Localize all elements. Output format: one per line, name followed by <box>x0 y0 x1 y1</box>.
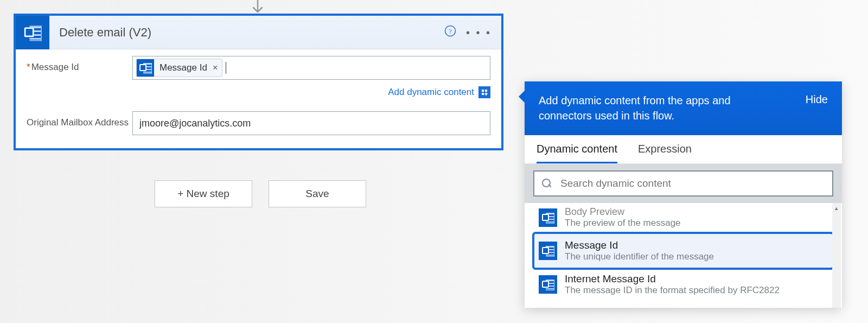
dynamic-content-header: Add dynamic content from the apps and co… <box>525 81 842 135</box>
action-card-delete-email: Delete email (V2) ? • • • *Message Id Me… <box>14 14 503 150</box>
svg-text:?: ? <box>449 27 452 35</box>
outlook-connector-icon <box>16 16 49 49</box>
search-icon <box>542 179 552 188</box>
outlook-icon <box>539 275 557 294</box>
action-title: Delete email (V2) <box>49 26 444 40</box>
outlook-icon <box>539 208 557 227</box>
mailbox-address-input[interactable] <box>132 111 490 135</box>
field-row-mailbox-address: Original Mailbox Address <box>16 105 501 148</box>
dc-item-desc: The unique identifier of the message <box>565 251 714 262</box>
hide-panel-button[interactable]: Hide <box>806 93 828 106</box>
dc-item-title: Body Preview <box>565 206 681 218</box>
tab-dynamic-content[interactable]: Dynamic content <box>537 143 617 163</box>
dynamic-content-tabs: Dynamic content Expression <box>525 135 842 164</box>
field-label-mailbox-address: Original Mailbox Address <box>27 111 132 128</box>
field-label-message-id: *Message Id <box>27 56 132 73</box>
save-button[interactable]: Save <box>269 180 366 207</box>
field-row-message-id: *Message Id Message Id × <box>16 49 501 84</box>
outlook-icon <box>137 59 154 77</box>
required-marker: * <box>27 62 30 72</box>
svg-rect-2 <box>482 90 484 92</box>
step-buttons: + New step Save <box>155 180 366 207</box>
scrollbar[interactable]: ▴ <box>832 203 841 308</box>
more-options-icon[interactable]: • • • <box>466 30 492 35</box>
token-remove-icon[interactable]: × <box>213 63 218 73</box>
field-label-text: Message Id <box>31 62 79 72</box>
dc-item-body-preview[interactable]: Body Preview The preview of the message <box>534 205 832 234</box>
tab-expression[interactable]: Expression <box>638 143 692 163</box>
dc-item-message-id[interactable]: Message Id The unique identifier of the … <box>534 234 832 268</box>
search-input[interactable] <box>559 177 825 190</box>
add-dynamic-content-row: Add dynamic content <box>16 84 501 105</box>
dynamic-content-panel: Add dynamic content from the apps and co… <box>525 81 842 308</box>
dc-item-title: Message Id <box>565 239 714 251</box>
dc-item-internet-message-id[interactable]: Internet Message Id The message ID in th… <box>534 268 832 301</box>
token-label: Message Id <box>159 62 207 73</box>
dc-item-desc: The preview of the message <box>565 218 681 229</box>
outlook-icon <box>539 242 557 260</box>
new-step-button[interactable]: + New step <box>155 180 252 207</box>
callout-pointer-icon <box>519 90 525 103</box>
dc-item-desc: The message ID in the format specified b… <box>565 285 780 296</box>
add-dynamic-content-badge-icon[interactable] <box>478 86 490 98</box>
help-icon[interactable]: ? <box>444 25 456 40</box>
search-dynamic-content[interactable] <box>533 170 833 197</box>
dc-item-title: Internet Message Id <box>565 273 780 285</box>
dynamic-content-header-text: Add dynamic content from the apps and co… <box>539 93 772 123</box>
message-id-token[interactable]: Message Id × <box>136 59 222 77</box>
text-cursor <box>226 62 226 74</box>
svg-rect-4 <box>482 93 484 95</box>
svg-rect-3 <box>485 90 487 92</box>
add-dynamic-content-link[interactable]: Add dynamic content <box>388 87 474 98</box>
search-bar-container <box>525 164 842 203</box>
action-card-header[interactable]: Delete email (V2) ? • • • <box>16 16 501 49</box>
dynamic-content-list: ▴ Body Preview The preview of the messag… <box>525 203 842 308</box>
message-id-input[interactable]: Message Id × <box>132 56 490 80</box>
scroll-up-icon[interactable]: ▴ <box>832 203 841 213</box>
